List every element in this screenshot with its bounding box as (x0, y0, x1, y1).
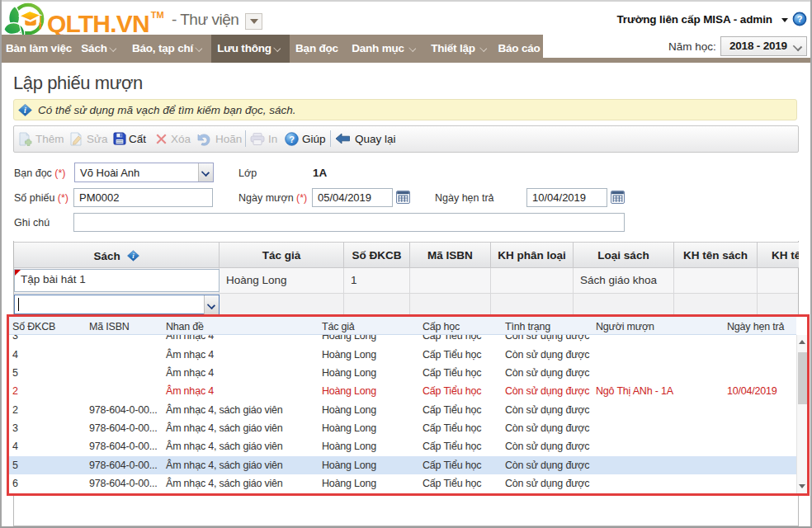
svg-text:?: ? (797, 14, 803, 24)
svg-text:?: ? (289, 134, 295, 144)
svg-text:i: i (24, 106, 26, 115)
